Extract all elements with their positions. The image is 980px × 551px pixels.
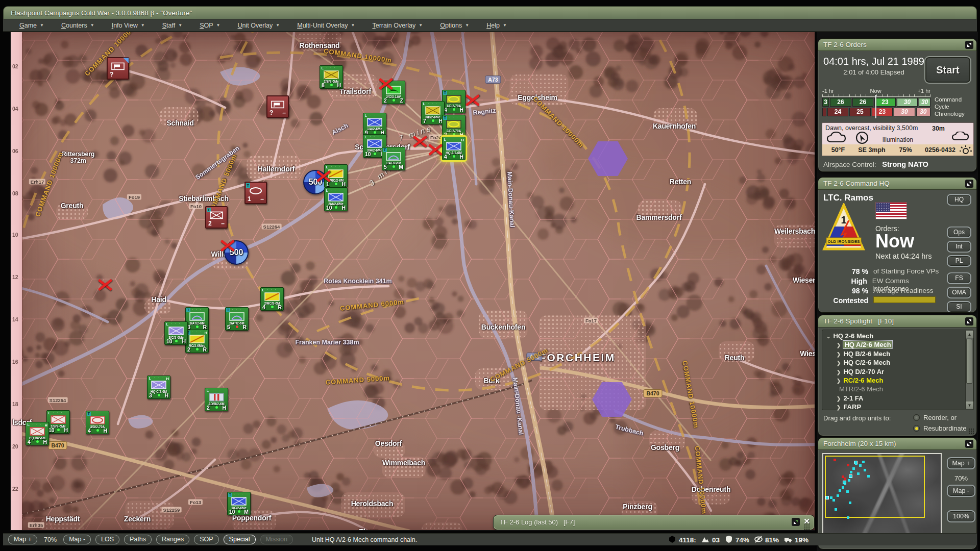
sop-button[interactable]: SOP	[194, 535, 218, 544]
hq-int-button[interactable]: Int	[947, 241, 971, 253]
unit-counter-3-b-2-6me[interactable]: · · ·L3/B/2-6Me7H	[421, 101, 445, 124]
unit-counter-2-rc-2-6m[interactable]: · · ·L2/RC/2-6M4R	[260, 287, 284, 311]
menu-item-label: Unit Overlay	[238, 22, 273, 29]
tree-chevron-icon[interactable]: ❯	[837, 352, 841, 357]
scroll-up-icon[interactable]: ▲	[966, 331, 973, 338]
menu-item-multi-unit-overlay[interactable]: Multi-Unit Overlay▼	[292, 21, 360, 30]
paths-button[interactable]: Paths	[124, 535, 152, 544]
unit-counter-2-a-2-6me[interactable]: · · ·L2/A/2-6Me10H	[324, 188, 348, 211]
map-viewport[interactable]: 0204060810121416182022 RothensandTrailsd…	[10, 32, 815, 531]
unit-counter-1-b-2-6me[interactable]: · · ·L1/B/2-6Me10H	[46, 410, 70, 434]
map-+-button[interactable]: Map +	[8, 535, 37, 544]
map-zoom-full-button[interactable]: 100%	[947, 510, 975, 522]
menu-item-label: Info View	[112, 22, 138, 29]
hq-hq-button[interactable]: HQ	[947, 194, 971, 206]
scrollbar[interactable]: ▲ ▼	[965, 331, 973, 409]
menu-item-staff[interactable]: Staff▼	[157, 21, 187, 30]
los-button[interactable]: LOS	[95, 535, 119, 544]
tree-item-hq-a-2-6-mech[interactable]: ❯HQ A/2-6 Mech	[826, 340, 973, 349]
minimap-view-rectangle[interactable]	[825, 456, 925, 518]
enemy-unit-counter[interactable]: ?–	[266, 95, 289, 118]
panel-restore-icon[interactable]	[965, 440, 973, 448]
tree-chevron-icon[interactable]: ⌄	[826, 334, 830, 339]
radio-option[interactable]: Resubordinate	[913, 424, 967, 432]
command-hq-panel-header[interactable]: TF 2-6 Command HQ	[818, 178, 976, 190]
enemy-unit-counter[interactable]: T1–	[244, 182, 267, 204]
panel-restore-icon[interactable]	[965, 317, 973, 325]
unit-strength: 4	[88, 428, 91, 434]
unit-counter-hq-b-2-6m[interactable]: · · ·LHHQ B/2-6M4H	[26, 422, 49, 445]
tree-item-hq-c-2-6-mech[interactable]: ❯HQ C/2-6 Mech	[826, 358, 973, 367]
menu-item-counters[interactable]: Counters▼	[56, 21, 100, 30]
radio-selected-icon[interactable]	[913, 425, 920, 432]
unit-counter-2-d-2-70a[interactable]: · · ·T2/D/2-70A2H	[442, 115, 465, 138]
menu-item-info-view[interactable]: Info View▼	[107, 21, 150, 30]
panel-restore-icon[interactable]	[792, 518, 800, 526]
log-panel[interactable]: TF 2-6 Log (last 50) [F7] ✕	[493, 515, 815, 530]
tree-chevron-icon[interactable]: ❯	[837, 342, 841, 348]
unit-counter-1-c-2-6me[interactable]: · · ·T1/C/2-6Me10M	[227, 492, 251, 515]
airspace-control-value: Strong NATO	[882, 160, 928, 168]
hq-ops-button[interactable]: Ops	[947, 227, 971, 238]
tree-item-rc-2-6-mech[interactable]: ❯RC/2-6 Mech	[826, 376, 973, 385]
radio-option[interactable]: Reorder, or	[913, 414, 957, 421]
map--button[interactable]: Map -	[63, 535, 91, 544]
tree-item-hq-b-2-6-mech[interactable]: ❯HQ B/2-6 Mech	[826, 349, 973, 358]
tree-chevron-icon[interactable]: ❯	[837, 369, 841, 375]
spotlight-panel-header[interactable]: TF 2-6 Spotlight [F10]	[818, 315, 976, 328]
ranges-button[interactable]: Ranges	[156, 535, 189, 544]
chevron-down-icon: ▼	[276, 23, 280, 28]
scrollbar-thumb[interactable]	[966, 339, 972, 384]
minimap[interactable]	[822, 453, 942, 545]
start-button[interactable]: Start	[924, 56, 971, 84]
radio-icon[interactable]	[913, 414, 920, 421]
hex-row-label: 10	[12, 232, 18, 238]
special-button[interactable]: Special	[224, 535, 256, 544]
unit-counter-1-at-2-6m[interactable]: · · ·T1/AT/2-6M5M	[382, 147, 405, 170]
unit-strength: 4	[28, 439, 31, 445]
unit-counter-1-a-2-6me[interactable]: · · ·L1/A/2-6Me9H	[363, 113, 386, 136]
tree-item-farp[interactable]: ❯FARP	[826, 403, 973, 411]
unit-counter-hq-c-2-6m[interactable]: · · ·LHHQ C/2-6M3H	[147, 375, 170, 399]
tree-item-label: MTR/2-6 Mech	[839, 385, 883, 393]
tree-item-2-1-fa[interactable]: ❯2-1 FA	[826, 394, 973, 403]
unit-counter-2-b-2-6me[interactable]: · · ·L2/B/2-6Me8H	[320, 65, 343, 89]
tree-item-hq-2-6-mech[interactable]: ⌄HQ 2-6 Mech	[826, 332, 973, 340]
tree-item-mtr-2-6-mech[interactable]: MTR/2-6 Mech	[826, 385, 973, 393]
orders-panel-header[interactable]: TF 2-6 Orders	[818, 39, 976, 51]
menu-item-help[interactable]: Help▼	[481, 21, 512, 30]
enemy-unit-counter[interactable]: ?	[107, 57, 129, 80]
map-zoom-out-button[interactable]: Map -	[947, 485, 975, 497]
tree-chevron-icon[interactable]: ❯	[837, 378, 841, 384]
unit-counter-ad-b-2-6m[interactable]: · · ·LAD/B/2-6M2H	[205, 388, 228, 411]
map-zoom-in-button[interactable]: Map +	[947, 457, 975, 469]
unit-counter-hq-a-2-6m[interactable]: · · ·LHHQ A/2-6M4H	[442, 137, 465, 160]
unit-counter-3-c-2-6me[interactable]: · · ·L3/C/2-6Me10H	[164, 321, 188, 345]
unit-counter-2-at-2-6m[interactable]: · · ·T2/AT/2-6M5R	[225, 307, 249, 331]
hq-si-button[interactable]: SI	[947, 301, 971, 313]
tree-chevron-icon[interactable]: ❯	[837, 405, 841, 410]
unit-counter-rc-2-6mec[interactable]: · · ·THRC/2-6Mec2R	[185, 330, 209, 353]
resize-grip[interactable]	[804, 524, 810, 530]
unit-counter-3-at-2-6m[interactable]: · · ·T3/AT/2-6M3R	[185, 307, 209, 331]
panel-restore-icon[interactable]	[965, 41, 973, 49]
menu-item-options[interactable]: Options▼	[435, 21, 474, 30]
menu-item-terrain-overlay[interactable]: Terrain Overlay▼	[367, 21, 428, 30]
unit-counter-3-d-2-70a[interactable]: · · ·T3/D/2-70A4H	[86, 411, 109, 434]
hq-fs-button[interactable]: FS	[947, 272, 971, 284]
tree-item-hq-d-2-70-ar[interactable]: ❯HQ D/2-70 Ar	[826, 367, 973, 376]
minimap-panel-header[interactable]: Forchheim (20 x 15 km)	[818, 438, 976, 450]
menu-item-sop[interactable]: SOP▼	[194, 21, 225, 30]
hq-oma-button[interactable]: OMA	[947, 287, 971, 298]
enemy-unit-counter[interactable]: T2–	[205, 206, 228, 229]
tree-chevron-icon[interactable]: ❯	[837, 360, 841, 366]
menu-item-unit-overlay[interactable]: Unit Overlay▼	[233, 21, 285, 30]
menu-item-game[interactable]: Game▼	[14, 21, 49, 30]
resize-grip[interactable]	[968, 428, 974, 434]
tree-chevron-icon[interactable]: ❯	[837, 396, 841, 402]
hq-pl-button[interactable]: PL	[947, 255, 971, 267]
scroll-down-icon[interactable]: ▼	[966, 402, 973, 409]
unit-tree: ⌄HQ 2-6 Mech❯HQ A/2-6 Mech❯HQ B/2-6 Mech…	[822, 330, 974, 410]
unit-counter-1-d-2-70a[interactable]: · · ·T1/D/2-70A4H	[442, 90, 465, 113]
panel-restore-icon[interactable]	[965, 180, 973, 188]
